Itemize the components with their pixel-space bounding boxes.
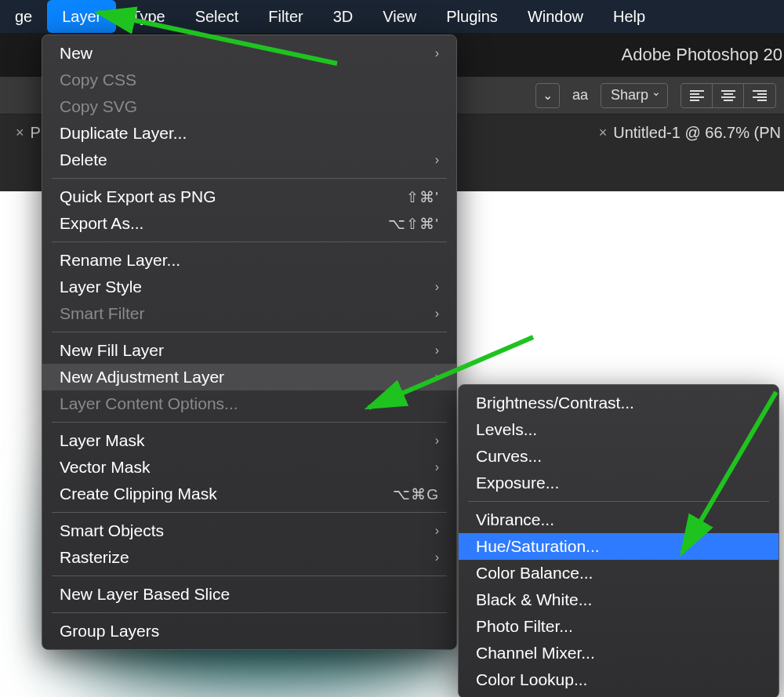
- layer-menu: New›Copy CSSCopy SVGDuplicate Layer...De…: [42, 34, 457, 650]
- menu-item-label: Quick Export as PNG: [60, 187, 216, 206]
- font-size-dropdown[interactable]: ⌄: [535, 83, 560, 108]
- menu-item-quick-export-as-png[interactable]: Quick Export as PNG⇧⌘': [42, 183, 456, 210]
- menu-item-label: Rasterize: [60, 548, 129, 567]
- menu-separator: [52, 512, 447, 513]
- menu-item-layer-mask[interactable]: Layer Mask›: [42, 427, 456, 454]
- menubar-item-plugins[interactable]: Plugins: [431, 0, 513, 33]
- chevron-right-icon: ›: [435, 550, 439, 564]
- menu-item-label: Channel Mixer...: [476, 644, 595, 663]
- menu-shortcut: ⌥⌘G: [393, 485, 439, 503]
- menu-item-new-fill-layer[interactable]: New Fill Layer›: [42, 337, 456, 364]
- menubar-item-window[interactable]: Window: [513, 0, 598, 33]
- menu-item-layer-style[interactable]: Layer Style›: [42, 274, 456, 300]
- menu-item-label: Color Balance...: [476, 564, 593, 583]
- document-tab-2[interactable]: × Untitled-1 @ 66.7% (PN: [599, 124, 784, 142]
- menu-separator: [52, 612, 447, 613]
- menu-item-label: Layer Style: [60, 278, 142, 296]
- menu-item-smart-objects[interactable]: Smart Objects›: [42, 517, 456, 544]
- align-right-button[interactable]: [744, 84, 775, 107]
- menu-item-copy-svg: Copy SVG: [42, 93, 456, 120]
- menu-item-label: New Fill Layer: [60, 341, 164, 360]
- menu-separator: [52, 332, 447, 332]
- chevron-right-icon: ›: [435, 434, 439, 448]
- align-right-icon: [753, 90, 767, 101]
- menu-item-label: Copy SVG: [60, 97, 137, 116]
- chevron-right-icon: ›: [435, 153, 439, 167]
- anti-alias-dropdown[interactable]: Sharp: [601, 83, 668, 108]
- align-left-button[interactable]: [681, 84, 713, 107]
- menu-item-duplicate-layer[interactable]: Duplicate Layer...: [42, 120, 456, 147]
- anti-alias-label: aa: [572, 87, 588, 103]
- align-center-icon: [721, 90, 735, 101]
- menu-item-label: Curves...: [476, 447, 542, 466]
- menu-shortcut: ⌥⇧⌘': [388, 215, 439, 233]
- menu-item-new[interactable]: New›: [42, 40, 456, 67]
- menu-item-color-lookup[interactable]: Color Lookup...: [459, 666, 779, 693]
- menu-item-exposure[interactable]: Exposure...: [459, 470, 779, 496]
- menu-separator: [468, 501, 769, 502]
- menubar-item-3d[interactable]: 3D: [318, 0, 368, 33]
- menu-item-label: Create Clipping Mask: [60, 485, 217, 503]
- close-icon[interactable]: ×: [16, 125, 24, 141]
- chevron-right-icon: ›: [435, 280, 439, 294]
- tab-label-partial: P: [31, 124, 41, 142]
- chevron-right-icon: ›: [435, 370, 439, 384]
- menu-item-delete[interactable]: Delete›: [42, 147, 456, 173]
- menubar: ge Layer Type Select Filter 3D View Plug…: [0, 0, 784, 33]
- menu-item-label: Duplicate Layer...: [60, 124, 187, 143]
- menu-item-smart-filter: Smart Filter›: [42, 300, 456, 327]
- menu-item-export-as[interactable]: Export As...⌥⇧⌘': [42, 210, 456, 237]
- menu-item-label: Layer Content Options...: [60, 394, 238, 413]
- menu-item-rasterize[interactable]: Rasterize›: [42, 544, 456, 571]
- menubar-item-filter[interactable]: Filter: [253, 0, 318, 33]
- menu-item-label: Hue/Saturation...: [476, 537, 600, 556]
- close-icon[interactable]: ×: [599, 125, 608, 141]
- menu-item-label: Delete: [60, 151, 107, 169]
- menu-item-vibrance[interactable]: Vibrance...: [459, 506, 779, 533]
- menu-item-black-white[interactable]: Black & White...: [459, 586, 779, 613]
- menu-item-label: Smart Filter: [60, 304, 145, 323]
- menu-separator: [52, 178, 447, 179]
- menu-separator: [52, 575, 447, 576]
- menu-item-channel-mixer[interactable]: Channel Mixer...: [459, 640, 779, 666]
- menu-item-create-clipping-mask[interactable]: Create Clipping Mask⌥⌘G: [42, 481, 456, 507]
- menubar-item-help[interactable]: Help: [598, 0, 660, 33]
- menu-item-copy-css: Copy CSS: [42, 67, 456, 93]
- menu-item-label: Levels...: [476, 420, 537, 439]
- menu-item-new-layer-based-slice[interactable]: New Layer Based Slice: [42, 581, 456, 608]
- menubar-item-view[interactable]: View: [368, 0, 431, 33]
- menubar-item-select[interactable]: Select: [180, 0, 254, 33]
- menu-separator: [52, 241, 447, 242]
- menu-item-label: Photo Filter...: [476, 617, 573, 636]
- chevron-right-icon: ›: [435, 524, 439, 538]
- new-adjustment-layer-submenu: Brightness/Contrast...Levels...Curves...…: [458, 384, 779, 697]
- menu-item-label: Group Layers: [60, 622, 159, 641]
- menu-shortcut: ⇧⌘': [406, 188, 439, 206]
- menu-item-vector-mask[interactable]: Vector Mask›: [42, 454, 456, 481]
- align-left-icon: [690, 90, 704, 101]
- menu-item-label: Smart Objects: [60, 521, 164, 540]
- menu-item-levels[interactable]: Levels...: [459, 416, 779, 443]
- menu-item-new-adjustment-layer[interactable]: New Adjustment Layer›: [42, 364, 456, 390]
- menu-item-photo-filter[interactable]: Photo Filter...: [459, 613, 779, 640]
- menu-item-curves[interactable]: Curves...: [459, 443, 779, 470]
- menu-separator: [52, 422, 447, 423]
- menu-item-rename-layer[interactable]: Rename Layer...: [42, 247, 456, 274]
- menu-item-label: Layer Mask: [60, 431, 145, 450]
- menu-item-label: Exposure...: [476, 474, 559, 492]
- menubar-item-layer[interactable]: Layer: [47, 0, 116, 33]
- menubar-item-image-partial[interactable]: ge: [0, 0, 47, 33]
- menu-item-color-balance[interactable]: Color Balance...: [459, 560, 779, 586]
- align-center-button[interactable]: [713, 84, 744, 107]
- menu-item-label: New: [60, 44, 93, 63]
- menu-item-group-layers[interactable]: Group Layers: [42, 618, 456, 644]
- tab-label: Untitled-1 @ 66.7% (PN: [613, 124, 781, 142]
- menu-item-label: Brightness/Contrast...: [476, 394, 634, 412]
- menu-item-label: Export As...: [60, 214, 143, 233]
- chevron-right-icon: ›: [435, 307, 439, 321]
- menu-item-hue-saturation[interactable]: Hue/Saturation...: [459, 533, 779, 560]
- menu-item-brightness-contrast[interactable]: Brightness/Contrast...: [459, 390, 779, 416]
- menu-item-label: Vector Mask: [60, 458, 151, 477]
- menubar-item-type[interactable]: Type: [116, 0, 180, 33]
- menu-item-label: Color Lookup...: [476, 670, 587, 689]
